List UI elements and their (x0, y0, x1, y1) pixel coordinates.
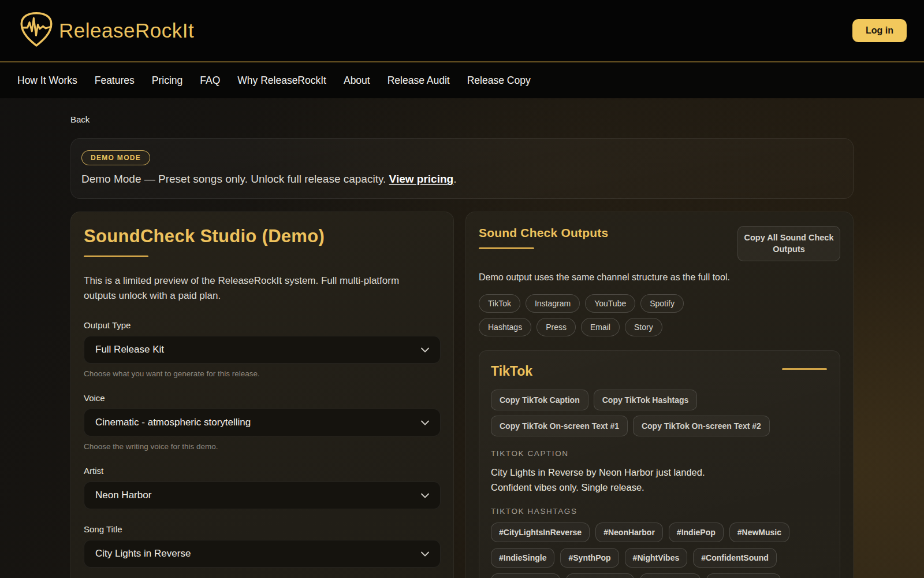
copy-tiktok-onscreen-text-2-button[interactable]: Copy TikTok On-screen Text #2 (633, 416, 770, 436)
channel-pill-story[interactable]: Story (625, 318, 662, 336)
hashtag-chip: #IndieArtist (640, 573, 701, 578)
hashtag-chip: #FreshTracks (566, 573, 634, 578)
output-type-help: Choose what you want to generate for thi… (84, 369, 441, 378)
nav-item-features[interactable]: Features (95, 75, 135, 87)
brand-name: ReleaseRockIt (59, 19, 194, 42)
channel-pill-list: TikTok Instagram YouTube Spotify Hashtag… (479, 294, 733, 336)
demo-mode-badge: DEMO MODE (81, 150, 150, 165)
brand-home-link[interactable]: ReleaseRockIt (17, 10, 194, 51)
copy-tiktok-onscreen-text-1-button[interactable]: Copy TikTok On-screen Text #1 (491, 416, 628, 436)
nav-item-how-it-works[interactable]: How It Works (17, 75, 77, 87)
song-title-select[interactable]: City Lights in Reverse (84, 540, 441, 568)
hashtag-chip: #NightVibes (625, 548, 688, 568)
channel-pill-hashtags[interactable]: Hashtags (479, 318, 531, 336)
hashtag-chip: #NeonHarbor (595, 523, 663, 542)
nav-item-faq[interactable]: FAQ (200, 75, 220, 87)
tiktok-caption-line: City Lights in Reverse by Neon Harbor ju… (491, 465, 828, 480)
nav-item-release-audit[interactable]: Release Audit (388, 75, 450, 87)
chevron-down-icon (421, 417, 429, 428)
demo-mode-text-end: . (453, 173, 456, 185)
tiktok-caption-line: Confident vibes only. Single release. (491, 480, 828, 495)
card-accent-line (782, 368, 827, 370)
chevron-down-icon (421, 548, 429, 560)
channel-pill-email[interactable]: Email (581, 318, 620, 336)
demo-mode-message: Demo Mode — Preset songs only. Unlock fu… (81, 173, 843, 186)
page-content: Back DEMO MODE Demo Mode — Preset songs … (70, 98, 854, 578)
hashtag-chip: #NewMusic (729, 523, 789, 542)
view-pricing-link[interactable]: View pricing (389, 173, 454, 185)
output-type-select[interactable]: Full Release Kit (84, 336, 441, 364)
channel-pill-press[interactable]: Press (536, 318, 576, 336)
tiktok-output-card: TikTok Copy TikTok Caption Copy TikTok H… (479, 350, 840, 578)
artist-select[interactable]: Neon Harbor (84, 481, 441, 509)
channel-pill-spotify[interactable]: Spotify (640, 294, 684, 313)
copy-all-outputs-button[interactable]: Copy All Sound Check Outputs (737, 226, 840, 261)
hashtag-chip: #SynthPop (560, 548, 619, 568)
copy-tiktok-caption-button[interactable]: Copy TikTok Caption (491, 390, 588, 410)
voice-help: Choose the writing voice for this demo. (84, 442, 441, 451)
hashtag-chip: #MusicRelease (706, 573, 780, 578)
song-title-field: Song Title City Lights in Reverse (84, 524, 441, 568)
guitar-pick-waveform-icon (17, 10, 55, 51)
song-title-label: Song Title (84, 524, 441, 534)
hashtag-chip: #UrbanNights (491, 573, 560, 578)
title-accent-line (84, 255, 148, 257)
sound-check-outputs-panel: Sound Check Outputs Copy All Sound Check… (465, 212, 854, 578)
voice-field: Voice Cinematic - atmospheric storytelli… (84, 393, 441, 451)
chevron-down-icon (421, 344, 429, 355)
hashtag-chip: #IndieSingle (491, 548, 554, 568)
demo-mode-text: Demo Mode — Preset songs only. Unlock fu… (81, 173, 389, 185)
hashtag-chip: #CityLightsInReverse (491, 523, 590, 542)
artist-field: Artist Neon Harbor (84, 466, 441, 509)
nav-item-release-copy[interactable]: Release Copy (467, 75, 531, 87)
voice-value: Cinematic - atmospheric storytelling (95, 417, 251, 428)
tiktok-hashtags-label: TIKTOK HASHTAGS (491, 507, 828, 516)
main-nav: How It Works Features Pricing FAQ Why Re… (0, 62, 924, 98)
copy-tiktok-hashtags-button[interactable]: Copy TikTok Hashtags (594, 390, 698, 410)
artist-label: Artist (84, 466, 441, 476)
tiktok-caption-label: TIKTOK CAPTION (491, 449, 828, 458)
voice-label: Voice (84, 393, 441, 403)
channel-pill-youtube[interactable]: YouTube (585, 294, 635, 313)
hashtag-chip: #IndiePop (669, 523, 724, 542)
outputs-title: Sound Check Outputs (479, 226, 608, 240)
tiktok-card-title: TikTok (491, 364, 828, 379)
output-type-value: Full Release Kit (95, 344, 164, 355)
nav-item-about[interactable]: About (344, 75, 370, 87)
back-link[interactable]: Back (70, 114, 90, 124)
artist-value: Neon Harbor (95, 490, 151, 501)
hashtag-chip: #ConfidentSound (693, 548, 777, 568)
voice-select[interactable]: Cinematic - atmospheric storytelling (84, 409, 441, 436)
studio-description: This is a limited preview of the Release… (84, 273, 416, 304)
soundcheck-studio-panel: SoundCheck Studio (Demo) This is a limit… (70, 212, 454, 578)
studio-title: SoundCheck Studio (Demo) (84, 226, 441, 247)
chevron-down-icon (421, 490, 429, 501)
app-header: ReleaseRockIt Log in (0, 0, 924, 62)
channel-pill-tiktok[interactable]: TikTok (479, 294, 520, 313)
tiktok-hashtag-list: #CityLightsInReverse #NeonHarbor #IndieP… (491, 523, 828, 578)
output-type-label: Output Type (84, 320, 441, 330)
nav-item-why-releaserockit[interactable]: Why ReleaseRockIt (237, 75, 326, 87)
song-title-value: City Lights in Reverse (95, 548, 191, 560)
output-type-field: Output Type Full Release Kit Choose what… (84, 320, 441, 378)
login-button[interactable]: Log in (852, 19, 907, 42)
channel-pill-instagram[interactable]: Instagram (526, 294, 580, 313)
tiktok-copy-buttons: Copy TikTok Caption Copy TikTok Hashtags… (491, 390, 828, 436)
outputs-description: Demo output uses the same channel struct… (479, 271, 733, 285)
outputs-title-accent-line (479, 247, 534, 249)
nav-item-pricing[interactable]: Pricing (152, 75, 183, 87)
demo-mode-banner: DEMO MODE Demo Mode — Preset songs only.… (70, 138, 854, 199)
